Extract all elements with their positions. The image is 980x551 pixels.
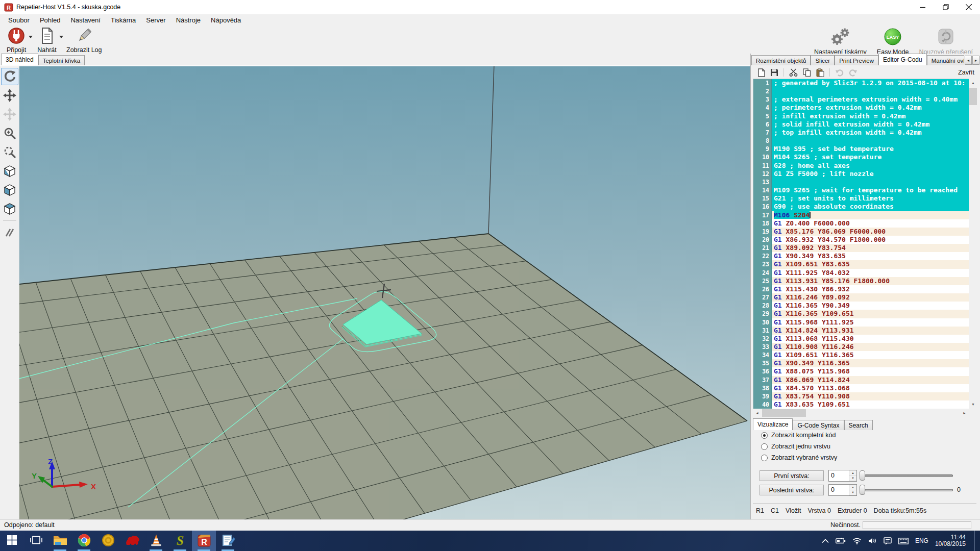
tab-search[interactable]: Search bbox=[844, 420, 873, 430]
paste-icon[interactable] bbox=[816, 68, 824, 77]
tab-scroll-right-icon[interactable]: ► bbox=[972, 56, 979, 65]
slider-thumb[interactable] bbox=[860, 470, 865, 481]
editor-line[interactable]: 20G1 X86.932 Y84.570 F1800.000 bbox=[753, 236, 969, 244]
redo-icon[interactable] bbox=[849, 69, 857, 77]
editor-line[interactable]: 11G28 ; home all axes bbox=[753, 162, 969, 170]
editor-line[interactable]: 23G1 X109.651 Y83.635 bbox=[753, 260, 969, 268]
editor-line[interactable]: 3; external perimeters extrusion width =… bbox=[753, 95, 969, 104]
editor-line[interactable]: 32G1 X113.068 Y115.430 bbox=[753, 335, 969, 343]
editor-line[interactable]: 25G1 X113.931 Y85.176 F1800.000 bbox=[753, 277, 969, 285]
tab-slicer[interactable]: Slicer bbox=[811, 55, 835, 65]
layer-button[interactable]: První vrstva: bbox=[760, 470, 824, 481]
tab-scroll-left-icon[interactable]: ◄ bbox=[965, 56, 972, 65]
action-center-icon[interactable] bbox=[884, 537, 892, 545]
dropdown-caret-icon[interactable] bbox=[29, 36, 33, 38]
parallel-projection-button[interactable] bbox=[1, 224, 18, 241]
spin-down-icon[interactable]: ▼ bbox=[849, 490, 856, 496]
layer-slider[interactable] bbox=[860, 484, 954, 496]
taskbar-slic3r-button[interactable]: S bbox=[168, 531, 192, 551]
taskbar-chrome-button[interactable] bbox=[72, 531, 96, 551]
editor-line[interactable]: 2 bbox=[753, 87, 969, 95]
zoom-view-button[interactable] bbox=[1, 124, 18, 142]
minimize-button[interactable] bbox=[911, 0, 934, 14]
editor-line[interactable]: 14M109 S265 ; wait for temperature to be… bbox=[753, 186, 969, 194]
menu-item-server[interactable]: Server bbox=[141, 14, 170, 26]
tab-rozm-st-n-objekt-[interactable]: Rozmístění objektů bbox=[751, 55, 811, 65]
close-icon[interactable] bbox=[957, 0, 980, 14]
tab-editor-g-codu[interactable]: Editor G-Codu bbox=[878, 54, 927, 65]
editor-line[interactable]: 26G1 X115.430 Y86.932 bbox=[753, 285, 969, 293]
3d-viewport[interactable]: XYZ bbox=[19, 66, 750, 519]
printer-settings-button[interactable]: Nastavení tiskárny bbox=[812, 27, 869, 56]
view-top-button[interactable] bbox=[1, 200, 18, 217]
editor-line[interactable]: 18G1 Z0.400 F6000.000 bbox=[753, 219, 969, 228]
view-isometric-button[interactable] bbox=[1, 162, 18, 180]
editor-line[interactable]: 29G1 X116.365 Y109.651 bbox=[753, 310, 969, 318]
menu-item-nastaveni[interactable]: Nastavení bbox=[65, 14, 106, 26]
editor-close-button[interactable]: Zavřít bbox=[958, 66, 974, 79]
editor-line[interactable]: 10M104 S265 ; set temperature bbox=[753, 153, 969, 161]
layer-slider[interactable] bbox=[860, 470, 954, 482]
editor-line[interactable]: 24G1 X111.925 Y84.032 bbox=[753, 269, 969, 277]
tab-teplotn-k-ivka[interactable]: Teplotní křivka bbox=[38, 55, 85, 65]
editor-line[interactable]: 27G1 X116.246 Y89.092 bbox=[753, 293, 969, 302]
editor-hscrollbar[interactable]: ◄ ► bbox=[753, 409, 969, 417]
editor-line[interactable]: 36G1 X88.075 Y115.968 bbox=[753, 367, 969, 375]
radio-button-icon[interactable] bbox=[761, 443, 768, 450]
menu-item-tiskarna[interactable]: Tiskárna bbox=[106, 14, 141, 26]
taskbar-start-button[interactable] bbox=[0, 531, 24, 551]
fit-view-button[interactable] bbox=[1, 143, 18, 161]
editor-line[interactable]: 13 bbox=[753, 178, 969, 186]
editor-line[interactable]: 1; generated by Slic3r 1.2.9 on 2015-08-… bbox=[753, 79, 969, 87]
editor-line[interactable]: 22G1 X90.349 Y83.635 bbox=[753, 252, 969, 260]
editor-line[interactable]: 4; perimeters extrusion width = 0.42mm bbox=[753, 104, 969, 112]
wifi-icon[interactable] bbox=[852, 538, 862, 544]
layer-button[interactable]: Poslední vrstva: bbox=[760, 485, 824, 495]
editor-line[interactable]: 9M190 S95 ; set bed temperature bbox=[753, 145, 969, 153]
copy-icon[interactable] bbox=[803, 68, 811, 77]
menu-item-napoveda[interactable]: Nápověda bbox=[206, 14, 246, 26]
taskbar-gold-circle-app-button[interactable] bbox=[96, 531, 120, 551]
connect-button[interactable]: Připojit bbox=[3, 27, 30, 54]
rotate-view-button[interactable] bbox=[1, 68, 18, 85]
language-indicator[interactable]: ENG bbox=[915, 537, 928, 544]
view-front-button[interactable] bbox=[1, 181, 18, 198]
dropdown-caret-icon[interactable] bbox=[59, 36, 63, 38]
editor-line[interactable]: 17M106 S204 bbox=[753, 211, 969, 219]
save-icon[interactable] bbox=[770, 68, 778, 77]
editor-line[interactable]: 8 bbox=[753, 137, 969, 145]
tab-g-code-syntax[interactable]: G-Code Syntax bbox=[793, 420, 844, 430]
radio-button-icon[interactable] bbox=[761, 432, 768, 439]
taskbar-task-view-button[interactable] bbox=[24, 531, 48, 551]
taskbar-file-explorer-button[interactable] bbox=[48, 531, 72, 551]
editor-line[interactable]: 15G21 ; set units to millimeters bbox=[753, 194, 969, 203]
editor-line[interactable]: 34G1 X109.651 Y116.365 bbox=[753, 351, 969, 359]
editor-line[interactable]: 31G1 X114.824 Y113.931 bbox=[753, 327, 969, 335]
taskbar-notepad-button[interactable] bbox=[216, 531, 240, 551]
spin-up-icon[interactable]: ▲ bbox=[849, 485, 856, 490]
gcode-editor[interactable]: 1; generated by Slic3r 1.2.9 on 2015-08-… bbox=[753, 79, 969, 409]
spin-up-icon[interactable]: ▲ bbox=[849, 470, 856, 476]
editor-line[interactable]: 28G1 X116.365 Y90.349 bbox=[753, 302, 969, 310]
restore-button[interactable] bbox=[934, 0, 957, 14]
editor-line[interactable]: 40G1 X83.635 Y109.651 bbox=[753, 400, 969, 409]
menu-item-pohled[interactable]: Pohled bbox=[35, 14, 65, 26]
editor-line[interactable]: 33G1 X110.908 Y116.246 bbox=[753, 343, 969, 351]
chevron-up-icon[interactable] bbox=[822, 539, 829, 543]
tab-3d-n-hled[interactable]: 3D náhled bbox=[1, 54, 38, 65]
taskbar-vlc-button[interactable] bbox=[144, 531, 168, 551]
editor-line[interactable]: 19G1 X85.176 Y86.069 F6000.000 bbox=[753, 228, 969, 236]
editor-line[interactable]: 12G1 Z5 F5000 ; lift nozzle bbox=[753, 170, 969, 178]
radio-option[interactable]: Zobrazit kompletní kód bbox=[761, 432, 836, 439]
tab-print-preview[interactable]: Print Preview bbox=[835, 55, 878, 65]
volume-icon[interactable] bbox=[868, 537, 877, 544]
taskbar-repetier-host-button[interactable]: R bbox=[192, 531, 216, 551]
undo-icon[interactable] bbox=[835, 69, 844, 77]
layer-spinner[interactable]: 0▲▼ bbox=[828, 470, 857, 482]
tab-manu-ln-ovl-d-n-[interactable]: Manuální ovládání bbox=[927, 55, 964, 65]
editor-line[interactable]: 16G90 ; use absolute coordinates bbox=[753, 203, 969, 211]
editor-line[interactable]: 7; top infill extrusion width = 0.42mm bbox=[753, 129, 969, 137]
tab-vizualizace[interactable]: Vizualizace bbox=[753, 418, 793, 430]
editor-line[interactable]: 38G1 X84.570 Y113.068 bbox=[753, 384, 969, 392]
editor-vscrollbar[interactable]: ▲ ▼ bbox=[969, 79, 977, 409]
